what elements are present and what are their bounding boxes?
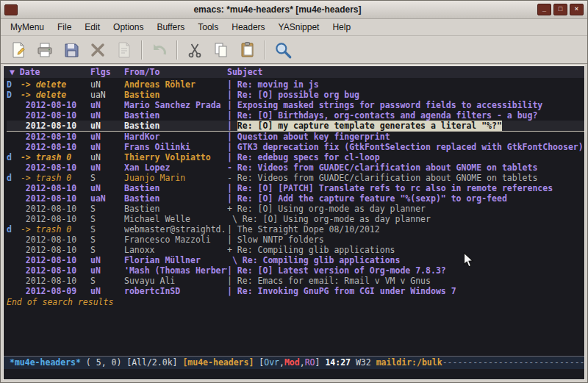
message-flags: uN bbox=[90, 152, 124, 162]
message-subject: \ Re: [O] Using org-mode as day planner bbox=[227, 214, 584, 224]
message-row[interactable]: 2012-08-10uNFlorian Müllner \ Re: Compil… bbox=[7, 255, 584, 265]
column-header-flags[interactable]: Flgs bbox=[90, 66, 124, 78]
search-button[interactable] bbox=[270, 38, 296, 62]
subject-text: Re: [O] Using org-mode as day planner bbox=[237, 204, 426, 214]
message-row[interactable]: d -> trash 0SJuanjo Marin- Re: Videos fr… bbox=[7, 173, 584, 183]
message-mark bbox=[7, 100, 15, 110]
message-flags: S bbox=[90, 224, 124, 235]
modeline-segment: ] bbox=[315, 357, 326, 368]
message-row[interactable]: 2012-08-10uNBastien| Re: [O] [PATCH] Tra… bbox=[7, 183, 584, 193]
new-file-button[interactable] bbox=[5, 38, 32, 62]
menu-help[interactable]: Help bbox=[326, 21, 357, 34]
message-row[interactable]: D -> deleteuNAndreas Röhler| Re: moving … bbox=[7, 79, 584, 90]
maximize-button[interactable]: □ bbox=[553, 4, 567, 15]
message-row[interactable]: 2012-08-10SFrancesco Mazzoli| Slow NNTP … bbox=[7, 235, 584, 245]
menu-options[interactable]: Options bbox=[107, 21, 150, 34]
message-from: Mario Sanchez Prada bbox=[124, 100, 227, 110]
message-mark bbox=[7, 265, 15, 276]
message-subject: - Re: Videos from GUADEC/clarification a… bbox=[227, 173, 584, 183]
message-row[interactable]: d -> trash 0Swebmaster@straightd...| The… bbox=[7, 224, 584, 235]
message-row[interactable]: 2012-08-10uNBastien| Re: [O] my capture … bbox=[7, 121, 584, 132]
message-flags: uN bbox=[90, 110, 124, 121]
menu-edit[interactable]: Edit bbox=[78, 21, 107, 34]
message-subject: | Re: [O] possible org bug bbox=[227, 90, 584, 100]
message-row[interactable]: 2012-08-10SLanoxx+ Re: Compiling glib ap… bbox=[7, 245, 584, 255]
message-row[interactable]: 2012-08-10uNMario Sanchez Prada| Exposin… bbox=[7, 100, 584, 110]
message-row[interactable]: 2012-08-10uNXan Lopez- Re: Videos from G… bbox=[7, 162, 584, 173]
print-button[interactable] bbox=[32, 38, 58, 62]
message-flags: uN bbox=[90, 162, 124, 173]
thread-prefix: \ bbox=[227, 255, 243, 265]
message-row[interactable]: 2012-08-10SSuvayu Ali| Re: Emacs for ema… bbox=[7, 276, 584, 286]
message-row[interactable]: d -> trash 0uNThierry Volpiatto| Re: ede… bbox=[7, 152, 584, 162]
menu-yasnippet[interactable]: YASnippet bbox=[272, 21, 326, 34]
menu-buffers[interactable]: Buffers bbox=[150, 21, 191, 34]
message-from: Bastien bbox=[124, 204, 227, 214]
menu-file[interactable]: File bbox=[51, 21, 78, 34]
new-file-icon bbox=[10, 41, 27, 59]
message-flags: S bbox=[90, 245, 124, 255]
message-date: 2012-08-10 bbox=[15, 255, 90, 265]
message-row[interactable]: 2012-08-10uNBastien| Re: [O] Birthdays, … bbox=[7, 110, 584, 121]
subject-text: Re: [O] Latest version of Org-mode 7.8.3… bbox=[237, 265, 446, 276]
thread-prefix: | bbox=[227, 110, 237, 121]
message-flags: S bbox=[90, 214, 124, 224]
paste-button[interactable] bbox=[234, 38, 261, 62]
message-from: Lanoxx bbox=[124, 245, 227, 255]
message-row[interactable]: 2012-08-10uaNBastien| Re: [O] Add the ca… bbox=[7, 193, 584, 204]
print-icon bbox=[36, 41, 54, 59]
message-subject: \ Re: Compiling glib applications bbox=[227, 255, 584, 265]
menu-tools[interactable]: Tools bbox=[191, 21, 225, 34]
message-flags: uN bbox=[90, 100, 124, 110]
message-date: -> delete bbox=[15, 90, 90, 100]
mode-line[interactable]: *mu4e-headers* ( 5, 0) [All/2.0k] [mu4e-… bbox=[4, 356, 584, 369]
message-from: Andreas Röhler bbox=[124, 79, 227, 90]
headers-buffer: D -> deleteuNAndreas Röhler| Re: moving … bbox=[4, 78, 584, 356]
minimize-button[interactable]: _ bbox=[537, 4, 551, 15]
message-row[interactable]: 2012-08-10uN'Mash (Thomas Herbert)| Re: … bbox=[7, 265, 584, 276]
message-row[interactable]: 2012-08-10uNHardKor| Question about key … bbox=[7, 132, 584, 142]
search-magnifier-icon bbox=[273, 40, 293, 60]
message-flags: uN bbox=[90, 132, 124, 142]
subject-text: Re: Compiling glib applications bbox=[237, 245, 395, 255]
modeline-segment: ------------------------------ bbox=[442, 357, 584, 368]
message-row[interactable]: D -> deleteuaNBastien| Re: [O] possible … bbox=[7, 90, 584, 100]
message-row[interactable]: 2012-08-10SBastien+ Re: [O] Using org-mo… bbox=[7, 204, 584, 214]
message-date: 2012-08-10 bbox=[15, 245, 90, 255]
message-row[interactable]: 2012-08-10uNFrans Oilinki| GTK3 deprecat… bbox=[7, 142, 584, 152]
message-subject: | Re: moving in js bbox=[227, 79, 584, 90]
message-row[interactable]: 2012-08-10SMichael Welle \ Re: [O] Using… bbox=[7, 214, 584, 224]
cut-button[interactable] bbox=[182, 38, 208, 62]
message-from: 'Mash (Thomas Herbert) bbox=[124, 265, 227, 276]
message-from: Juanjo Marin bbox=[124, 173, 227, 183]
message-row[interactable]: 2012-08-09uNrobertcInSD| Re: Invoking Gn… bbox=[7, 286, 584, 296]
message-flags: uN bbox=[90, 142, 124, 152]
close-buffer-button[interactable] bbox=[85, 38, 111, 62]
message-from: Bastien bbox=[124, 90, 227, 100]
modeline-segment: *mu4e-headers* bbox=[10, 357, 81, 368]
message-mark: D bbox=[7, 90, 15, 100]
column-header-subject[interactable]: Subject bbox=[227, 66, 584, 78]
thread-prefix: | bbox=[227, 79, 237, 90]
message-subject: - Re: Videos from GUADEC/clarification a… bbox=[227, 162, 584, 173]
echo-area[interactable] bbox=[4, 369, 584, 379]
message-mark bbox=[7, 183, 15, 193]
modeline-segment: maildir:/bulk bbox=[376, 357, 442, 368]
menu-mymenu[interactable]: MyMenu bbox=[4, 21, 51, 34]
subject-text: Re: Emacs for email: Rmail v VM v Gnus bbox=[237, 276, 431, 286]
message-subject: | GTK3 deprecation fix (GtkFontSelection… bbox=[227, 142, 584, 152]
window-menu-icon[interactable] bbox=[4, 4, 18, 15]
title-bar[interactable]: emacs: *mu4e-headers* [mu4e-headers] _ □… bbox=[1, 1, 587, 19]
save-button[interactable] bbox=[58, 38, 85, 62]
message-flags: uN bbox=[90, 79, 124, 90]
copy-button[interactable] bbox=[208, 38, 234, 62]
message-date: 2012-08-10 bbox=[15, 183, 90, 193]
column-header-from[interactable]: From/To bbox=[124, 66, 227, 78]
column-header-date[interactable]: ▼ Date bbox=[10, 66, 90, 78]
message-mark: d bbox=[7, 224, 15, 235]
close-button[interactable]: × bbox=[570, 4, 584, 15]
menu-headers[interactable]: Headers bbox=[225, 21, 271, 34]
message-date: -> trash 0 bbox=[15, 224, 90, 235]
thread-prefix: | bbox=[227, 286, 237, 296]
message-mark bbox=[7, 142, 15, 152]
